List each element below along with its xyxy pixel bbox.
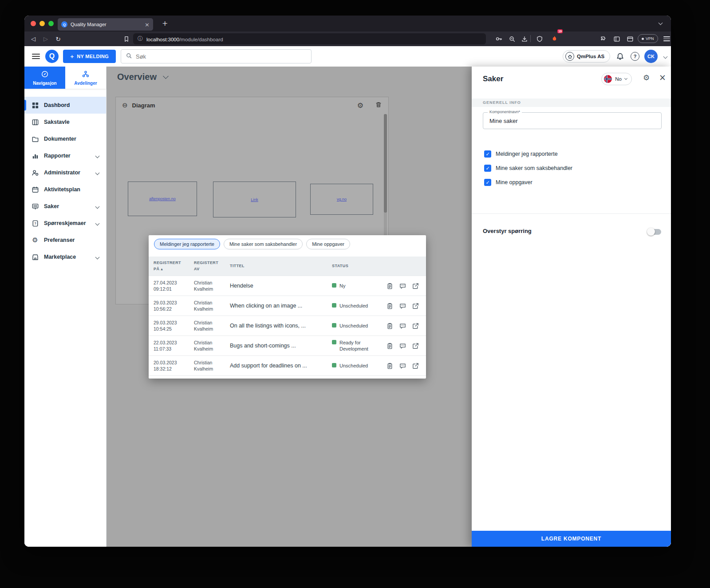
search-box[interactable] bbox=[121, 49, 312, 63]
open-external-icon[interactable] bbox=[412, 282, 419, 290]
sidebar-item-sakstavle[interactable]: Sakstavle bbox=[24, 114, 106, 130]
new-message-button[interactable]: + NY MELDING bbox=[63, 50, 116, 63]
reload-button[interactable]: ↻ bbox=[53, 32, 63, 46]
maximize-window-button[interactable] bbox=[48, 21, 54, 26]
collapse-icon[interactable]: ⊖ bbox=[122, 101, 128, 109]
sidebar-item-administrator[interactable]: Administrator bbox=[24, 164, 106, 181]
comment-icon[interactable] bbox=[399, 322, 406, 330]
diagram-link[interactable]: Link bbox=[251, 197, 258, 202]
open-external-icon[interactable] bbox=[412, 342, 419, 350]
column-tittel[interactable]: TITTEL bbox=[230, 263, 332, 269]
table-row[interactable]: 22.03.202311:07:33 ChristianKvalheim Bug… bbox=[149, 335, 426, 355]
notifications-button[interactable] bbox=[615, 46, 625, 67]
list-tabs-icon[interactable] bbox=[659, 21, 663, 25]
tab-navigasjon[interactable]: Navigasjon bbox=[24, 67, 65, 89]
tab-close-icon[interactable]: × bbox=[145, 22, 150, 28]
sidebar-item-aktivitetsplan[interactable]: Aktivitetsplan bbox=[24, 181, 106, 198]
checkbox-row-mine-saker[interactable]: ✓ Mine saker som saksbehandler bbox=[484, 165, 572, 172]
open-external-icon[interactable] bbox=[412, 302, 419, 310]
clipboard-icon[interactable] bbox=[386, 362, 394, 370]
panel-title: Saker bbox=[483, 75, 503, 83]
sidebar-item-marketplace[interactable]: Marketplace bbox=[24, 249, 106, 265]
comment-icon[interactable] bbox=[399, 342, 406, 350]
widget-settings-icon[interactable]: ⚙ bbox=[357, 101, 363, 110]
diagram-node[interactable]: aftenposten.no bbox=[128, 182, 197, 216]
search-input[interactable] bbox=[136, 53, 307, 60]
widget-delete-icon[interactable] bbox=[375, 101, 382, 110]
app-logo[interactable]: Q bbox=[45, 50, 59, 63]
tab-avdelinger[interactable]: Avdelinger bbox=[65, 67, 106, 89]
zoom-out-icon[interactable] bbox=[507, 32, 517, 46]
override-query-toggle[interactable] bbox=[648, 229, 661, 235]
language-selector[interactable]: No bbox=[601, 73, 632, 85]
back-button[interactable]: ◁ bbox=[28, 32, 39, 46]
vpn-indicator[interactable]: VPN bbox=[638, 34, 658, 43]
avatar[interactable]: CK bbox=[644, 50, 658, 63]
table-row[interactable]: 29.03.202310:56:22 ChristianKvalheim Whe… bbox=[149, 296, 426, 316]
panel-settings-icon[interactable]: ⚙ bbox=[643, 73, 650, 82]
open-external-icon[interactable] bbox=[412, 362, 419, 370]
panel-close-icon[interactable]: × bbox=[659, 72, 666, 82]
sidebar-item-sporreskjemaer[interactable]: ? Spørreskjemaer bbox=[24, 215, 106, 232]
table-row[interactable]: 20.03.202318:32:12 ChristianKvalheim Add… bbox=[149, 355, 426, 375]
sidebar-item-dokumenter[interactable]: Dokumenter bbox=[24, 130, 106, 147]
comment-icon[interactable] bbox=[399, 282, 406, 290]
column-registrert-pa[interactable]: REGISTRERT PÅ ▴ bbox=[154, 260, 194, 272]
diagram-link[interactable]: vg.no bbox=[337, 197, 347, 201]
component-name-input[interactable] bbox=[483, 113, 661, 129]
diagram-scrollbar-thumb[interactable] bbox=[384, 114, 387, 213]
extensions-puzzle-icon[interactable] bbox=[599, 32, 608, 46]
page-title-dropdown-icon[interactable] bbox=[163, 73, 169, 79]
extension-badge: 19 bbox=[557, 29, 563, 33]
key-icon[interactable] bbox=[494, 32, 504, 46]
app-menu-button[interactable] bbox=[31, 46, 41, 67]
chip-mine-oppgaver[interactable]: Mine oppgaver bbox=[306, 239, 350, 249]
menu-button[interactable] bbox=[662, 32, 671, 46]
comment-icon[interactable] bbox=[399, 362, 406, 370]
chip-meldinger-jeg-rapporterte[interactable]: Meldinger jeg rapporterte bbox=[154, 239, 220, 249]
checkbox-row-mine-oppgaver[interactable]: ✓ Mine oppgaver bbox=[484, 179, 532, 186]
column-status[interactable]: STATUS bbox=[332, 263, 386, 269]
table-row[interactable]: 29.03.202310:54:25 ChristianKvalheim On … bbox=[149, 316, 426, 335]
column-registert-av[interactable]: REGISTERT AV bbox=[194, 260, 230, 272]
checkbox-checked-icon[interactable]: ✓ bbox=[484, 165, 491, 172]
sidebar-item-dashbord[interactable]: Dashbord bbox=[24, 97, 106, 114]
browser-tab[interactable]: Q Quality Manager × bbox=[58, 18, 153, 31]
checkbox-checked-icon[interactable]: ✓ bbox=[484, 179, 491, 186]
toggle-knob bbox=[647, 228, 655, 236]
bookmark-icon[interactable] bbox=[121, 32, 132, 46]
minimize-window-button[interactable] bbox=[39, 21, 45, 26]
new-tab-button[interactable]: + bbox=[162, 19, 168, 28]
sidebar-item-saker[interactable]: Saker bbox=[24, 198, 106, 215]
sidebar-toggle-icon[interactable] bbox=[612, 32, 622, 46]
clipboard-icon[interactable] bbox=[386, 282, 394, 290]
open-external-icon[interactable] bbox=[412, 322, 419, 330]
org-switcher[interactable]: QmPlus AS bbox=[563, 50, 610, 63]
checkbox-checked-icon[interactable]: ✓ bbox=[484, 150, 491, 158]
sort-asc-icon[interactable]: ▴ bbox=[161, 267, 163, 271]
sidebar-item-rapporter[interactable]: Rapporter bbox=[24, 147, 106, 164]
diagram-node[interactable]: Link bbox=[213, 182, 296, 217]
extension-flame-icon[interactable]: 19 bbox=[549, 32, 560, 46]
comment-icon[interactable] bbox=[399, 302, 406, 310]
clipboard-icon[interactable] bbox=[386, 342, 394, 350]
save-page-icon[interactable] bbox=[520, 32, 529, 46]
profile-menu-button[interactable] bbox=[661, 46, 670, 67]
container-tab-icon[interactable] bbox=[625, 32, 635, 46]
diagram-node[interactable]: vg.no bbox=[310, 184, 373, 215]
clipboard-icon[interactable] bbox=[386, 302, 394, 310]
url-bar[interactable]: ⓘ localhost:3000/module/dashboard bbox=[133, 33, 486, 44]
table-row[interactable]: 27.04.202309:12:01 ChristianKvalheim Hen… bbox=[149, 276, 426, 296]
sidebar-item-preferanser[interactable]: ⚙ Preferanser bbox=[24, 232, 106, 249]
diagram-link[interactable]: aftenposten.no bbox=[149, 197, 176, 201]
shield-icon[interactable] bbox=[535, 32, 544, 46]
save-component-button[interactable]: LAGRE KOMPONENT bbox=[472, 531, 671, 547]
site-info-icon[interactable]: ⓘ bbox=[138, 35, 143, 43]
checkbox-row-meldinger[interactable]: ✓ Meldinger jeg rapporterte bbox=[484, 150, 558, 158]
clipboard-icon[interactable] bbox=[386, 322, 394, 330]
chip-mine-saker-som-saksbehandler[interactable]: Mine saker som saksbehandler bbox=[224, 239, 303, 249]
forward-button[interactable]: ▷ bbox=[40, 32, 51, 46]
table-row[interactable]: 5.01.2023 Christian bbox=[149, 375, 426, 379]
close-window-button[interactable] bbox=[31, 21, 36, 26]
help-button[interactable]: ? bbox=[630, 46, 640, 67]
